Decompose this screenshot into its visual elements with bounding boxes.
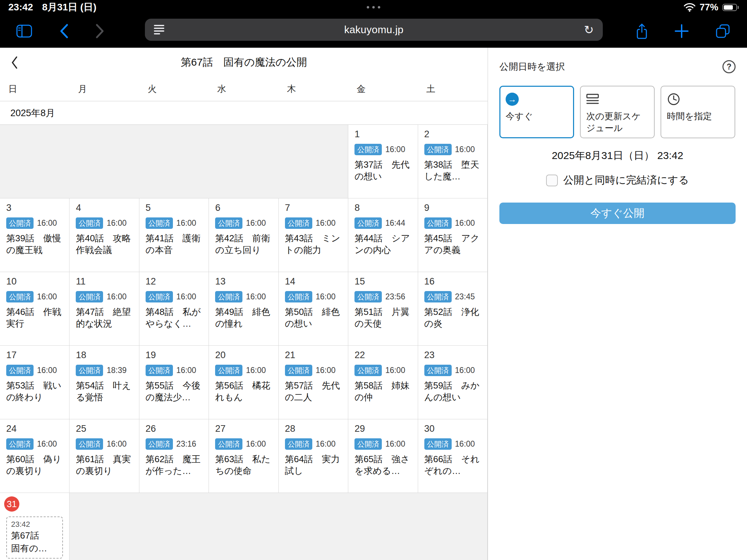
- option-label: 次の更新スケジュール: [586, 111, 648, 134]
- calendar-day-9[interactable]: 9公開済16:00第45話 アクアの奥義: [418, 198, 488, 272]
- multitask-dots-icon: [367, 6, 380, 9]
- panel-title: 公開日時を選択: [499, 60, 565, 73]
- option-publish-now[interactable]: → 今すぐ: [499, 86, 574, 138]
- sidebar-toggle-button[interactable]: [16, 24, 33, 38]
- address-bar[interactable]: kakuyomu.jp ↻: [145, 19, 603, 41]
- forward-button[interactable]: [95, 23, 105, 39]
- publish-time: 16:00: [316, 218, 336, 228]
- published-badge: 公開済: [6, 438, 34, 450]
- calendar-day-28[interactable]: 28公開済16:00第64話 実力試し: [279, 419, 348, 493]
- publish-now-button[interactable]: 今すぐ公開: [499, 203, 736, 224]
- calendar-day-18[interactable]: 18公開済18:39第54話 叶える覚悟: [70, 346, 139, 419]
- calendar-day-29[interactable]: 29公開済16:00第65話 強さを求める…: [348, 419, 418, 493]
- scheduled-episode-box[interactable]: 23:42第67話固有の…: [6, 516, 63, 559]
- calendar-day-14[interactable]: 14公開済16:00第50話 緋色の想い: [279, 272, 348, 346]
- option-specify-time[interactable]: 時間を指定: [661, 86, 735, 138]
- calendar-day-11[interactable]: 11公開済16:00第47話 絶望的な状況: [70, 272, 139, 346]
- tabs-icon: [714, 23, 731, 39]
- calendar-day-20[interactable]: 20公開済16:00第56話 橘花れもん: [209, 346, 278, 419]
- option-label: 時間を指定: [667, 111, 729, 122]
- episode-title: 第53話 戦いの終わり: [6, 380, 65, 403]
- published-badge: 公開済: [215, 438, 242, 450]
- published-badge: 公開済: [6, 291, 34, 302]
- calendar-day-10[interactable]: 10公開済16:00第46話 作戦実行: [0, 272, 70, 346]
- published-badge: 公開済: [215, 291, 242, 302]
- calendar-day-15[interactable]: 15公開済23:56第51話 片翼の天使: [348, 272, 418, 346]
- episode-title: 第40話 攻略作戦会議: [76, 232, 135, 256]
- calendar-day-12[interactable]: 12公開済16:00第48話 私がやらなく…: [139, 272, 209, 346]
- publish-info-row: 公開済16:00: [6, 365, 65, 376]
- page-title: 第67話 固有の魔法の公開: [181, 55, 307, 69]
- month-label: 2025年8月: [0, 101, 488, 125]
- published-badge: 公開済: [146, 365, 173, 376]
- publish-info-row: 公開済16:00: [424, 365, 483, 376]
- publish-info-row: 公開済16:00: [285, 291, 344, 302]
- reader-icon[interactable]: [154, 25, 165, 35]
- calendar-day-24[interactable]: 24公開済16:00第60話 偽りの裏切り: [0, 419, 70, 493]
- calendar-day-19[interactable]: 19公開済16:00第55話 今後の魔法少…: [139, 346, 209, 419]
- publish-info-row: 公開済16:00: [354, 438, 413, 450]
- calendar-day-16[interactable]: 16公開済23:45第52話 浄化の炎: [418, 272, 488, 346]
- calendar-day-31[interactable]: 3123:42第67話固有の…: [0, 493, 70, 560]
- help-icon[interactable]: ?: [722, 60, 736, 73]
- publish-time: 16:00: [176, 292, 196, 301]
- publish-info-row: 公開済16:00: [146, 291, 204, 302]
- reload-button[interactable]: ↻: [584, 24, 594, 36]
- calendar-day-4[interactable]: 4公開済16:00第40話 攻略作戦会議: [70, 198, 139, 272]
- calendar-day-23[interactable]: 23公開済16:00第59話 みかんの想い: [418, 346, 488, 419]
- calendar-day-25[interactable]: 25公開済16:00第61話 真実の裏切り: [70, 419, 139, 493]
- publish-info-row: 公開済16:00: [424, 438, 483, 450]
- episode-title: 第63話 私たちの使命: [215, 453, 274, 477]
- publish-time: 16:00: [107, 439, 127, 449]
- calendar-day-22[interactable]: 22公開済16:00第58話 姉妹の仲: [348, 346, 418, 419]
- calendar-day-26[interactable]: 26公開済23:16第62話 魔王が作った…: [139, 419, 209, 493]
- published-badge: 公開済: [424, 291, 452, 302]
- calendar-grid: 1公開済16:00第37話 先代の想い2公開済16:00第38話 堕天した魔…3…: [0, 125, 488, 560]
- panel-header: 公開日時を選択 ?: [499, 60, 736, 73]
- publish-time: 16:00: [455, 366, 475, 375]
- calendar-day-6[interactable]: 6公開済16:00第42話 前衛の立ち回り: [209, 198, 278, 272]
- episode-title: 第59話 みかんの想い: [424, 380, 483, 403]
- calendar-day-17[interactable]: 17公開済16:00第53話 戦いの終わり: [0, 346, 70, 419]
- calendar-day-27[interactable]: 27公開済16:00第63話 私たちの使命: [209, 419, 278, 493]
- calendar-day-8[interactable]: 8公開済16:44第44話 シアンの内心: [348, 198, 418, 272]
- calendar-day-30[interactable]: 30公開済16:00第66話 それぞれの…: [418, 419, 488, 493]
- share-button[interactable]: [634, 22, 649, 40]
- day-number: 3: [6, 203, 65, 213]
- calendar-day-1[interactable]: 1公開済16:00第37話 先代の想い: [348, 125, 418, 198]
- weekday-label-月: 月: [70, 83, 139, 95]
- day-number: 26: [146, 423, 204, 434]
- calendar-day-2[interactable]: 2公開済16:00第38話 堕天した魔…: [418, 125, 488, 198]
- calendar-day-5[interactable]: 5公開済16:00第41話 護衛の本音: [139, 198, 209, 272]
- queue-list-icon: [586, 94, 599, 105]
- episode-title: 第55話 今後の魔法少…: [146, 380, 204, 403]
- calendar-day-13[interactable]: 13公開済16:00第49話 緋色の憧れ: [209, 272, 278, 346]
- day-number: 4: [76, 203, 135, 213]
- day-number: 12: [146, 276, 204, 287]
- episode-title: 第46話 作戦実行: [6, 306, 65, 330]
- trailing-empty-cells: [70, 493, 488, 560]
- publish-panel: 公開日時を選択 ? → 今すぐ: [488, 48, 747, 560]
- publish-info-row: 公開済16:00: [354, 365, 413, 376]
- page-content: 第67話 固有の魔法の公開 日月火水木金土 2025年8月 1公開済16:00第…: [0, 48, 747, 560]
- publish-options: → 今すぐ 次の更新スケジュール: [499, 86, 736, 138]
- publish-info-row: 公開済23:45: [424, 291, 483, 302]
- complete-checkbox[interactable]: [546, 175, 558, 186]
- episode-title: 第65話 強さを求める…: [354, 453, 413, 477]
- calendar-day-3[interactable]: 3公開済16:00第39話 傲慢の魔王戦: [0, 198, 70, 272]
- option-next-schedule[interactable]: 次の更新スケジュール: [580, 86, 655, 138]
- publish-time: 16:00: [385, 366, 405, 375]
- publish-time: 16:00: [385, 439, 405, 449]
- day-number: 25: [76, 423, 135, 434]
- publish-time: 16:00: [455, 145, 475, 154]
- new-tab-button[interactable]: [674, 24, 689, 39]
- calendar-back-button[interactable]: [10, 56, 19, 69]
- tabs-button[interactable]: [714, 23, 731, 39]
- publish-time: 18:39: [107, 366, 127, 375]
- publish-time: 23:16: [176, 439, 196, 449]
- calendar-day-21[interactable]: 21公開済16:00第57話 先代の二人: [279, 346, 348, 419]
- back-button[interactable]: [59, 23, 69, 39]
- publish-info-row: 公開済16:00: [424, 144, 483, 155]
- calendar-day-7[interactable]: 7公開済16:00第43話 ミントの能力: [279, 198, 348, 272]
- clock-icon: [667, 92, 681, 106]
